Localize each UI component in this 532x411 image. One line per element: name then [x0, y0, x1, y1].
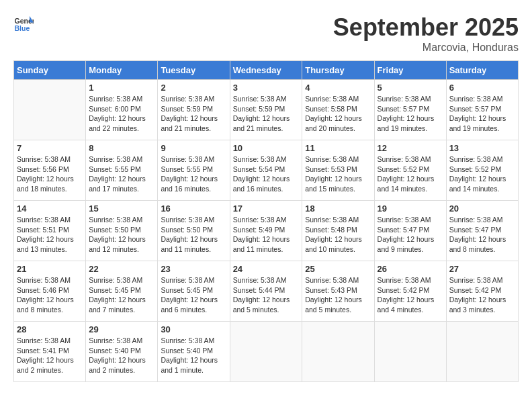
calendar-cell: 14Sunrise: 5:38 AM Sunset: 5:51 PM Dayli…	[14, 201, 86, 261]
calendar-cell: 24Sunrise: 5:38 AM Sunset: 5:44 PM Dayli…	[230, 261, 302, 322]
calendar-cell: 13Sunrise: 5:38 AM Sunset: 5:52 PM Dayli…	[446, 140, 518, 201]
day-number: 13	[449, 143, 515, 153]
calendar-table: SundayMondayTuesdayWednesdayThursdayFrid…	[13, 60, 519, 382]
day-number: 12	[378, 143, 443, 153]
day-number: 22	[89, 264, 154, 274]
calendar-cell: 15Sunrise: 5:38 AM Sunset: 5:50 PM Dayli…	[86, 201, 158, 261]
day-number: 1	[89, 83, 154, 93]
calendar-cell: 6Sunrise: 5:38 AM Sunset: 5:57 PM Daylig…	[446, 80, 518, 140]
day-number: 17	[233, 203, 300, 214]
calendar-cell	[14, 80, 86, 140]
day-number: 18	[305, 203, 371, 214]
day-info: Sunrise: 5:38 AM Sunset: 5:45 PM Dayligh…	[161, 275, 226, 315]
day-number: 14	[17, 203, 83, 214]
calendar-cell: 5Sunrise: 5:38 AM Sunset: 5:57 PM Daylig…	[374, 80, 446, 140]
logo-icon: General Blue	[13, 13, 34, 34]
day-number: 15	[89, 203, 154, 214]
calendar-cell: 26Sunrise: 5:38 AM Sunset: 5:42 PM Dayli…	[374, 261, 446, 322]
calendar-cell: 1Sunrise: 5:38 AM Sunset: 6:00 PM Daylig…	[86, 80, 158, 140]
column-header-thursday: Thursday	[302, 61, 374, 80]
day-info: Sunrise: 5:38 AM Sunset: 5:40 PM Dayligh…	[89, 336, 154, 375]
week-row-5: 28Sunrise: 5:38 AM Sunset: 5:41 PM Dayli…	[14, 322, 519, 382]
calendar-cell: 25Sunrise: 5:38 AM Sunset: 5:43 PM Dayli…	[302, 261, 374, 322]
week-row-2: 7Sunrise: 5:38 AM Sunset: 5:56 PM Daylig…	[14, 140, 519, 201]
svg-text:Blue: Blue	[15, 24, 30, 32]
column-header-sunday: Sunday	[14, 61, 86, 80]
calendar-cell	[374, 322, 446, 382]
page-header: General Blue September 2025 Marcovia, Ho…	[13, 13, 519, 54]
calendar-cell: 18Sunrise: 5:38 AM Sunset: 5:48 PM Dayli…	[302, 201, 374, 261]
day-number: 16	[161, 203, 226, 214]
day-info: Sunrise: 5:38 AM Sunset: 5:58 PM Dayligh…	[305, 94, 371, 134]
day-number: 9	[161, 143, 226, 153]
calendar-cell: 21Sunrise: 5:38 AM Sunset: 5:46 PM Dayli…	[14, 261, 86, 322]
day-info: Sunrise: 5:38 AM Sunset: 5:49 PM Dayligh…	[233, 215, 300, 255]
day-info: Sunrise: 5:38 AM Sunset: 5:50 PM Dayligh…	[161, 215, 226, 255]
week-row-3: 14Sunrise: 5:38 AM Sunset: 5:51 PM Dayli…	[14, 201, 519, 261]
day-info: Sunrise: 5:38 AM Sunset: 5:51 PM Dayligh…	[17, 215, 83, 255]
day-info: Sunrise: 5:38 AM Sunset: 5:54 PM Dayligh…	[233, 154, 300, 194]
calendar-cell: 16Sunrise: 5:38 AM Sunset: 5:50 PM Dayli…	[158, 201, 230, 261]
day-info: Sunrise: 5:38 AM Sunset: 5:52 PM Dayligh…	[378, 154, 443, 194]
day-number: 10	[233, 143, 300, 153]
day-info: Sunrise: 5:38 AM Sunset: 5:43 PM Dayligh…	[305, 275, 371, 315]
title-block: September 2025 Marcovia, Honduras	[333, 13, 519, 54]
calendar-cell: 30Sunrise: 5:38 AM Sunset: 5:40 PM Dayli…	[158, 322, 230, 382]
day-info: Sunrise: 5:38 AM Sunset: 5:59 PM Dayligh…	[161, 94, 226, 134]
day-info: Sunrise: 5:38 AM Sunset: 5:59 PM Dayligh…	[233, 94, 300, 134]
calendar-cell: 17Sunrise: 5:38 AM Sunset: 5:49 PM Dayli…	[230, 201, 302, 261]
logo: General Blue	[13, 13, 34, 34]
day-number: 29	[89, 324, 154, 334]
day-number: 21	[17, 264, 83, 274]
week-row-1: 1Sunrise: 5:38 AM Sunset: 6:00 PM Daylig…	[14, 80, 519, 140]
column-header-wednesday: Wednesday	[230, 61, 302, 80]
day-info: Sunrise: 5:38 AM Sunset: 5:57 PM Dayligh…	[378, 94, 443, 134]
calendar-cell	[230, 322, 302, 382]
day-number: 2	[161, 83, 226, 93]
day-number: 19	[378, 203, 443, 214]
column-header-tuesday: Tuesday	[158, 61, 230, 80]
day-number: 20	[449, 203, 515, 214]
calendar-cell: 28Sunrise: 5:38 AM Sunset: 5:41 PM Dayli…	[14, 322, 86, 382]
calendar-cell: 20Sunrise: 5:38 AM Sunset: 5:47 PM Dayli…	[446, 201, 518, 261]
calendar-cell: 22Sunrise: 5:38 AM Sunset: 5:45 PM Dayli…	[86, 261, 158, 322]
day-number: 23	[161, 264, 226, 274]
day-number: 11	[305, 143, 371, 153]
day-number: 27	[449, 264, 515, 274]
calendar-cell: 9Sunrise: 5:38 AM Sunset: 5:55 PM Daylig…	[158, 140, 230, 201]
day-info: Sunrise: 5:38 AM Sunset: 5:46 PM Dayligh…	[17, 275, 83, 315]
calendar-header-row: SundayMondayTuesdayWednesdayThursdayFrid…	[14, 61, 519, 80]
column-header-friday: Friday	[374, 61, 446, 80]
week-row-4: 21Sunrise: 5:38 AM Sunset: 5:46 PM Dayli…	[14, 261, 519, 322]
month-title: September 2025	[333, 13, 519, 42]
column-header-monday: Monday	[86, 61, 158, 80]
calendar-cell: 19Sunrise: 5:38 AM Sunset: 5:47 PM Dayli…	[374, 201, 446, 261]
day-info: Sunrise: 5:38 AM Sunset: 5:44 PM Dayligh…	[233, 275, 300, 315]
day-info: Sunrise: 5:38 AM Sunset: 5:45 PM Dayligh…	[89, 275, 154, 315]
calendar-cell: 29Sunrise: 5:38 AM Sunset: 5:40 PM Dayli…	[86, 322, 158, 382]
day-number: 28	[17, 324, 83, 334]
day-info: Sunrise: 5:38 AM Sunset: 5:53 PM Dayligh…	[305, 154, 371, 194]
calendar-cell: 3Sunrise: 5:38 AM Sunset: 5:59 PM Daylig…	[230, 80, 302, 140]
calendar-cell	[302, 322, 374, 382]
calendar-cell: 2Sunrise: 5:38 AM Sunset: 5:59 PM Daylig…	[158, 80, 230, 140]
calendar-cell: 7Sunrise: 5:38 AM Sunset: 5:56 PM Daylig…	[14, 140, 86, 201]
calendar-cell: 11Sunrise: 5:38 AM Sunset: 5:53 PM Dayli…	[302, 140, 374, 201]
day-number: 7	[17, 143, 83, 153]
day-number: 5	[378, 83, 443, 93]
day-number: 8	[89, 143, 154, 153]
day-number: 25	[305, 264, 371, 274]
calendar-cell: 10Sunrise: 5:38 AM Sunset: 5:54 PM Dayli…	[230, 140, 302, 201]
day-info: Sunrise: 5:38 AM Sunset: 5:50 PM Dayligh…	[89, 215, 154, 255]
day-info: Sunrise: 5:38 AM Sunset: 5:56 PM Dayligh…	[17, 154, 83, 194]
day-number: 6	[449, 83, 515, 93]
day-info: Sunrise: 5:38 AM Sunset: 5:47 PM Dayligh…	[378, 215, 443, 255]
day-info: Sunrise: 5:38 AM Sunset: 5:55 PM Dayligh…	[161, 154, 226, 194]
day-number: 24	[233, 264, 300, 274]
column-header-saturday: Saturday	[446, 61, 518, 80]
day-info: Sunrise: 5:38 AM Sunset: 5:52 PM Dayligh…	[449, 154, 515, 194]
day-number: 30	[161, 324, 226, 334]
location: Marcovia, Honduras	[333, 42, 519, 54]
day-info: Sunrise: 5:38 AM Sunset: 5:40 PM Dayligh…	[161, 336, 226, 375]
calendar-cell: 8Sunrise: 5:38 AM Sunset: 5:55 PM Daylig…	[86, 140, 158, 201]
